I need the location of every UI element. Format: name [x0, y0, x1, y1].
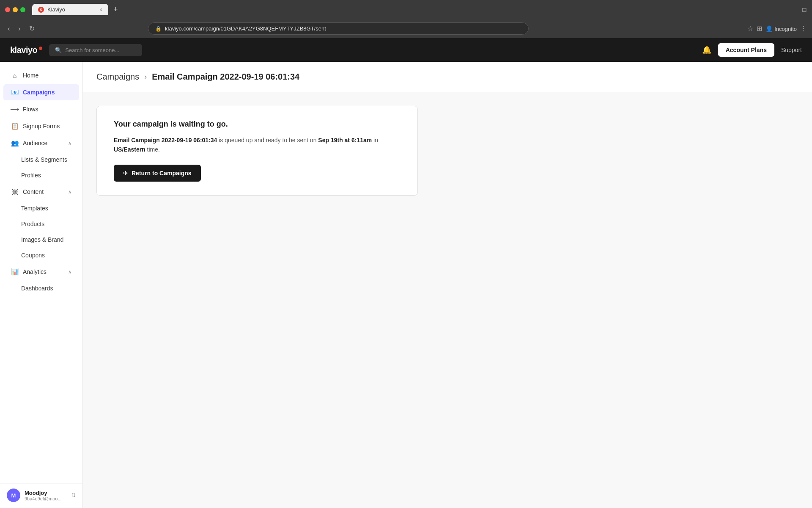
app: klaviyo 🔍 Search for someone... 🔔 Accoun…	[0, 38, 812, 508]
campaign-card-container: Your campaign is waiting to go. Email Ca…	[83, 92, 812, 209]
sidebar-item-campaigns-label: Campaigns	[23, 89, 55, 96]
card-body-in: in	[373, 137, 378, 144]
sidebar-item-images-brand[interactable]: Images & Brand	[9, 232, 79, 247]
card-body-middle-text: is queued up and ready to be sent on	[219, 137, 316, 144]
browser-chrome: K Klaviyo × + ⊟ ‹ › ↻ 🔒 klaviyo.com/camp…	[0, 0, 812, 38]
send-date-text: Sep 19th at 6:11am	[318, 137, 372, 144]
sidebar-item-products[interactable]: Products	[9, 216, 79, 232]
address-bar[interactable]: 🔒 klaviyo.com/campaign/01GDAK4A2YG8NQEFM…	[148, 22, 529, 35]
sidebar: ⌂ Home 📧 Campaigns ⟶ Flows 📋 Signup Form…	[0, 62, 83, 508]
sidebar-item-signup-forms-label: Signup Forms	[23, 123, 60, 130]
support-button[interactable]: Support	[781, 47, 802, 53]
sidebar-item-templates[interactable]: Templates	[9, 201, 79, 216]
extensions-button[interactable]: ⊞	[757, 25, 762, 33]
sidebar-section-analytics[interactable]: 📊 Analytics ∧	[3, 264, 79, 280]
tab-bar: K Klaviyo × +	[32, 3, 121, 16]
home-icon: ⌂	[11, 72, 19, 79]
sidebar-item-coupons-label: Coupons	[21, 252, 45, 259]
sidebar-item-signup-forms[interactable]: 📋 Signup Forms	[3, 118, 79, 134]
card-body: Email Campaign 2022-09-19 06:01:34 is qu…	[114, 135, 401, 155]
sidebar-user-area[interactable]: M Moodjoy 9ba4e9ef@moo... ⇅	[0, 483, 82, 507]
return-to-campaigns-button[interactable]: ✈ Return to Campaigns	[114, 165, 201, 182]
sidebar-item-flows-label: Flows	[23, 106, 38, 113]
campaign-name-text: Email Campaign 2022-09-19 06:01:34	[114, 137, 217, 144]
card-body-tz-suffix: time.	[147, 146, 160, 153]
card-heading: Your campaign is waiting to go.	[114, 120, 401, 129]
sidebar-section-analytics-label: Analytics	[23, 268, 47, 275]
audience-icon: 👥	[11, 139, 19, 147]
logo-text: klaviyo	[10, 45, 37, 55]
sidebar-item-home[interactable]: ⌂ Home	[3, 67, 79, 83]
breadcrumb-campaigns-link[interactable]: Campaigns	[96, 72, 139, 82]
sidebar-item-dashboards-label: Dashboards	[21, 285, 53, 292]
breadcrumb-separator: ›	[144, 72, 147, 81]
campaign-waiting-card: Your campaign is waiting to go. Email Ca…	[96, 106, 418, 196]
search-placeholder: Search for someone...	[65, 47, 119, 53]
search-bar[interactable]: 🔍 Search for someone...	[49, 44, 142, 56]
logo-accent	[39, 47, 42, 50]
close-window-button[interactable]	[5, 7, 10, 12]
maximize-window-button[interactable]	[20, 7, 25, 12]
sidebar-section-audience-label: Audience	[23, 140, 47, 146]
minimize-window-button[interactable]	[13, 7, 18, 12]
sidebar-item-products-label: Products	[21, 221, 44, 227]
top-navigation: klaviyo 🔍 Search for someone... 🔔 Accoun…	[0, 38, 812, 62]
sidebar-item-home-label: Home	[23, 72, 38, 79]
return-btn-label: Return to Campaigns	[132, 170, 192, 177]
active-tab[interactable]: K Klaviyo ×	[32, 4, 108, 15]
campaigns-icon: 📧	[11, 88, 19, 96]
title-bar: K Klaviyo × + ⊟	[0, 0, 812, 19]
content-sub-menu: Templates Products Images & Brand Coupon…	[0, 200, 82, 263]
browser-nav-bar: ‹ › ↻ 🔒 klaviyo.com/campaign/01GDAK4A2YG…	[0, 19, 812, 38]
content-icon: 🖼	[11, 188, 19, 196]
tab-title: Klaviyo	[47, 6, 65, 13]
more-options-button[interactable]: ⋮	[800, 25, 807, 33]
close-tab-button[interactable]: ×	[99, 7, 102, 13]
sidebar-item-lists-segments-label: Lists & Segments	[21, 156, 67, 163]
audience-chevron-icon: ∧	[68, 141, 71, 146]
account-plans-button[interactable]: Account Plans	[718, 43, 774, 57]
sidebar-item-images-brand-label: Images & Brand	[21, 236, 63, 243]
forward-button[interactable]: ›	[16, 23, 23, 34]
notifications-button[interactable]: 🔔	[702, 45, 711, 55]
content-chevron-icon: ∧	[68, 189, 71, 195]
top-nav-right: 🔔 Account Plans Support	[702, 43, 802, 57]
sidebar-item-lists-segments[interactable]: Lists & Segments	[9, 152, 79, 167]
page-content: Campaigns › Email Campaign 2022-09-19 06…	[83, 62, 812, 508]
signup-forms-icon: 📋	[11, 122, 19, 130]
logo: klaviyo	[10, 45, 42, 55]
lock-icon: 🔒	[155, 26, 162, 32]
back-button[interactable]: ‹	[5, 23, 12, 34]
sidebar-section-content-label: Content	[23, 188, 44, 195]
account-button[interactable]: 👤 Incognito	[765, 25, 797, 33]
analytics-sub-menu: Dashboards	[0, 280, 82, 296]
tabs-icon[interactable]: ⊟	[802, 6, 807, 13]
sidebar-item-flows[interactable]: ⟶ Flows	[3, 101, 79, 117]
traffic-lights	[5, 7, 25, 12]
tab-favicon: K	[38, 7, 44, 13]
flows-icon: ⟶	[11, 105, 19, 113]
sidebar-item-profiles-label: Profiles	[21, 172, 41, 179]
reload-button[interactable]: ↻	[27, 23, 37, 34]
main-area: ⌂ Home 📧 Campaigns ⟶ Flows 📋 Signup Form…	[0, 62, 812, 508]
address-text: klaviyo.com/campaign/01GDAK4A2YG8NQEFMYT…	[165, 25, 521, 32]
page-header: Campaigns › Email Campaign 2022-09-19 06…	[83, 62, 812, 92]
analytics-icon: 📊	[11, 268, 19, 276]
page-title: Email Campaign 2022-09-19 06:01:34	[152, 72, 299, 82]
user-info: Moodjoy 9ba4e9ef@moo...	[25, 490, 67, 501]
user-name: Moodjoy	[25, 490, 67, 496]
sidebar-item-templates-label: Templates	[21, 205, 48, 212]
audience-sub-menu: Lists & Segments Profiles	[0, 152, 82, 183]
sidebar-item-profiles[interactable]: Profiles	[9, 168, 79, 183]
analytics-chevron-icon: ∧	[68, 269, 71, 275]
search-icon: 🔍	[55, 47, 62, 53]
new-tab-button[interactable]: +	[110, 3, 121, 16]
bookmark-button[interactable]: ☆	[747, 25, 753, 33]
sidebar-item-campaigns[interactable]: 📧 Campaigns	[3, 84, 79, 100]
sidebar-section-content[interactable]: 🖼 Content ∧	[3, 184, 79, 200]
timezone-text: US/Eastern	[114, 146, 145, 153]
sidebar-item-coupons[interactable]: Coupons	[9, 248, 79, 263]
sidebar-item-dashboards[interactable]: Dashboards	[9, 281, 79, 296]
user-avatar: M	[7, 489, 20, 502]
sidebar-section-audience[interactable]: 👥 Audience ∧	[3, 135, 79, 151]
